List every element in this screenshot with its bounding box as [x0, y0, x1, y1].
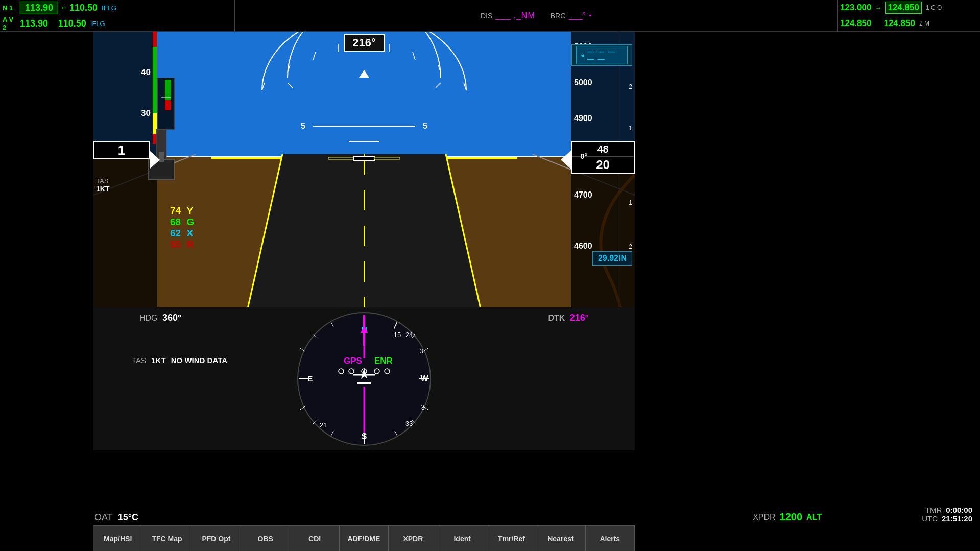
com1-number: 1 C O	[926, 4, 942, 11]
aircraft-horizon-symbol	[328, 153, 400, 165]
nav2-standby-freq[interactable]: 110.50	[58, 18, 86, 29]
dtk-numeric-value: 216°	[570, 313, 589, 323]
alt-arrow	[561, 151, 571, 169]
top-nav-bar: N 1 113.90 ↔ 110.50 IFLG A V 2 113.90 11…	[0, 0, 980, 32]
nav1-standby-freq[interactable]: 110.50	[69, 3, 98, 13]
speed-tick-30: 30	[141, 108, 151, 118]
alt-tick-4900: 4900	[574, 114, 592, 123]
nav-frequencies-left: N 1 113.90 ↔ 110.50 IFLG A V 2 113.90 11…	[0, 0, 235, 32]
heading-display-box: 216°	[344, 34, 385, 52]
toolbar-cdi[interactable]: CDI	[290, 526, 339, 551]
utc-label: UTC	[922, 514, 938, 523]
nav1-label: N 1	[3, 4, 18, 12]
toolbar-alerts[interactable]: Alerts	[586, 526, 635, 551]
transponder-display: XPDR 1200 ALT	[753, 511, 822, 523]
toolbar-tmr-ref[interactable]: Tmr/Ref	[487, 526, 536, 551]
com1-arrow: ↔	[875, 4, 881, 12]
toolbar-nearest[interactable]: Nearest	[536, 526, 585, 551]
nav2-label: A V 2	[3, 16, 18, 31]
svg-text:ENR: ENR	[374, 356, 393, 366]
vsi-1-dn: 1	[629, 199, 632, 206]
heading-value: 216°	[352, 36, 376, 49]
toolbar-map-hsi[interactable]: Map/HSI	[93, 526, 142, 551]
xpdr-code: 1200	[780, 511, 803, 523]
speed-tick-40: 40	[141, 67, 151, 78]
r-value-row: 55 R	[170, 239, 194, 250]
com-frequencies-right: 123.000 ↔ 124.850 1 C O 124.850 124.850 …	[837, 0, 980, 32]
speed-band-red-top	[153, 32, 157, 47]
tas-value: 1KT	[96, 185, 109, 193]
com1-standby-freq[interactable]: 124.850	[885, 2, 921, 14]
r-label: R	[186, 239, 194, 250]
sel-alt-dashes: — — — — —	[587, 47, 624, 63]
dtk-label-area: DTK 216°	[548, 313, 589, 323]
barometric-setting: 29.92IN	[592, 251, 632, 266]
svg-text:GPS: GPS	[344, 356, 362, 366]
tas-wind-display: TAS 1KT NO WIND DATA	[132, 356, 227, 365]
brg-dot: ●	[589, 13, 591, 18]
utc-value: 21:51:20	[942, 514, 972, 523]
com2-standby-freq[interactable]: 124.850	[883, 18, 915, 29]
svg-text:3: 3	[421, 403, 424, 411]
oat-display: OAT 15°C	[94, 512, 138, 523]
y-value-row: 74 Y	[170, 205, 194, 217]
hsi-section: HDG 360° DTK 216° TAS 1KT NO WIND DATA	[93, 307, 635, 450]
nav2-spacer	[50, 19, 56, 28]
svg-rect-40	[165, 100, 171, 110]
svg-text:24: 24	[405, 331, 413, 339]
dis-section: DIS ___ ._NM	[481, 11, 535, 20]
oat-label: OAT	[94, 512, 113, 523]
toolbar-tfc-map[interactable]: TFC Map	[142, 526, 192, 551]
speed-arrow	[150, 151, 160, 169]
brg-value: ___°	[569, 11, 586, 20]
nav2-active-freq[interactable]: 113.90	[20, 18, 48, 29]
toolbar-obs[interactable]: OBS	[241, 526, 290, 551]
brg-section: BRG ___° ●	[551, 11, 591, 20]
svg-text:E: E	[308, 375, 313, 383]
com2-number: 2 M	[919, 20, 929, 27]
xpdr-label: XPDR	[753, 513, 775, 522]
hdg-label-area: HDG 360°	[139, 313, 181, 323]
alt-tick-4700: 4700	[574, 190, 592, 200]
nav1-active-freq[interactable]: 113.90	[20, 2, 58, 14]
dis-value: ___ ._NM	[495, 11, 535, 20]
g-value-row: 68 G	[170, 217, 194, 228]
x-value-row: 62 X	[170, 228, 194, 239]
dtk-text-label: DTK	[548, 314, 565, 322]
com2-active-freq[interactable]: 124.850	[840, 18, 871, 29]
course-needle-top	[363, 315, 365, 346]
current-speed-indicator: 1	[93, 141, 150, 159]
y-label: Y	[186, 205, 193, 216]
tas-static-label: TAS	[132, 356, 146, 365]
nav1-type: IFLG	[102, 4, 116, 12]
svg-rect-21	[354, 156, 374, 160]
pfd-scene: 5 5 5 5 210 40 30	[93, 32, 635, 450]
svg-text:3: 3	[419, 347, 423, 355]
svg-rect-20	[328, 157, 354, 159]
toolbar-ident[interactable]: Ident	[438, 526, 487, 551]
g-val: 68	[170, 217, 181, 227]
brg-label: BRG	[551, 12, 566, 20]
tas-row: TAS 1KT NO WIND DATA	[132, 356, 227, 365]
tas-label: TAS	[96, 177, 108, 185]
g-label: G	[186, 217, 194, 227]
tmr-value: 0:00:00	[946, 506, 972, 514]
toolbar-xpdr[interactable]: XPDR	[389, 526, 438, 551]
speed-band-green	[153, 47, 157, 113]
svg-rect-39	[165, 80, 171, 100]
svg-text:21: 21	[320, 421, 327, 429]
nav2-row: A V 2 113.90 110.50 IFLG	[0, 16, 234, 32]
left-panel	[0, 0, 93, 551]
nav1-row: N 1 113.90 ↔ 110.50 IFLG	[0, 0, 234, 16]
svg-rect-22	[374, 157, 400, 159]
com1-active-freq[interactable]: 123.000	[840, 3, 871, 13]
r-val: 55	[170, 239, 181, 250]
toolbar-pfd-opt[interactable]: PFD Opt	[192, 526, 241, 551]
tmr-label: TMR	[925, 506, 942, 514]
com1-row: 123.000 ↔ 124.850 1 C O	[838, 0, 980, 16]
bottom-toolbar: Map/HSI TFC Map PFD Opt OBS CDI ADF/DME …	[93, 525, 635, 551]
toolbar-adf-dme[interactable]: ADF/DME	[340, 526, 389, 551]
hdg-text-label: HDG	[139, 314, 158, 322]
utc-row: UTC 21:51:20	[922, 514, 972, 523]
top-center-display: DIS ___ ._NM BRG ___° ●	[235, 0, 837, 32]
